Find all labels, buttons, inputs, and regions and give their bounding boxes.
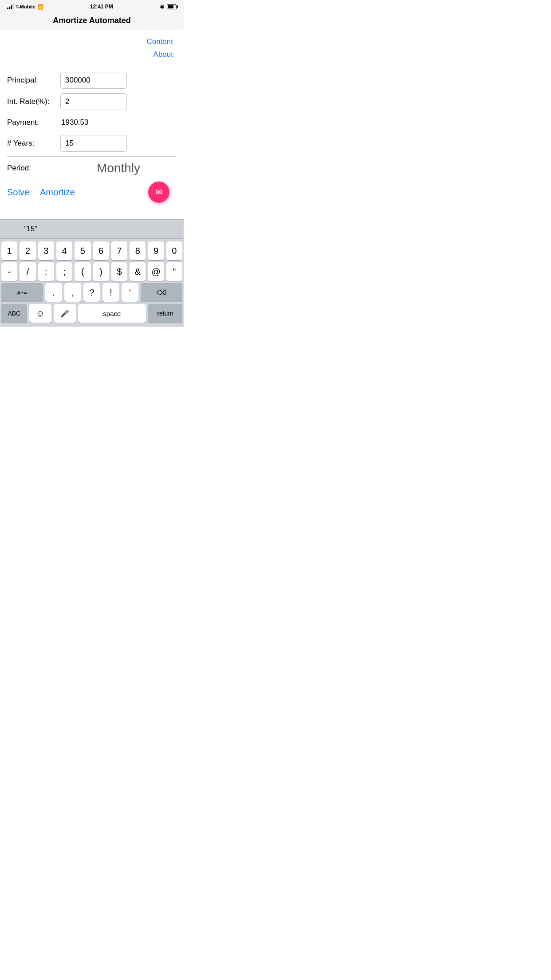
battery-icon: [167, 4, 177, 9]
key-7[interactable]: 7: [111, 241, 127, 260]
key-9[interactable]: 9: [148, 241, 164, 260]
key-ampersand[interactable]: &: [130, 262, 146, 281]
keyboard: "15" 1 2 3 4 5 6 7 8 9 0 - / : ; ( ) $ &: [0, 219, 184, 327]
key-question[interactable]: ?: [83, 283, 100, 302]
key-5[interactable]: 5: [75, 241, 91, 260]
carrier-label: T-Mobile: [16, 4, 35, 9]
period-value[interactable]: Monthly: [60, 161, 177, 175]
key-6[interactable]: 6: [93, 241, 109, 260]
key-exclamation[interactable]: !: [102, 283, 119, 302]
key-at[interactable]: @: [148, 262, 164, 281]
time-label: 12:41 PM: [90, 4, 113, 10]
key-4[interactable]: 4: [56, 241, 72, 260]
content-link[interactable]: Content: [146, 36, 173, 48]
signal-icon: [7, 4, 14, 9]
key-dollar[interactable]: $: [111, 262, 127, 281]
key-apostrophe[interactable]: ': [122, 283, 138, 302]
form-area: Principal: Int. Rate(%): Payment: 1930.5…: [0, 68, 184, 203]
menu-links: Content About: [0, 36, 184, 61]
period-label: Period:: [7, 164, 60, 173]
years-input[interactable]: [60, 135, 127, 152]
principal-row: Principal:: [7, 72, 177, 89]
years-label: # Years:: [7, 139, 60, 148]
keyboard-suggestion-bar: "15": [0, 219, 184, 239]
about-link[interactable]: About: [153, 48, 173, 61]
payment-value: 1930.53: [60, 115, 89, 130]
key-row-numbers: 1 2 3 4 5 6 7 8 9 0: [1, 241, 182, 260]
key-comma[interactable]: ,: [64, 283, 81, 302]
status-left: T-Mobile 📶: [7, 4, 43, 10]
email-button[interactable]: ✉: [148, 182, 169, 203]
years-row: # Years:: [7, 135, 177, 152]
suggestion-item[interactable]: "15": [0, 223, 61, 235]
key-rparen[interactable]: ): [93, 262, 109, 281]
navigation-bar: Amortize Automated: [0, 12, 184, 30]
payment-row: Payment: 1930.53: [7, 115, 177, 130]
key-return[interactable]: return: [148, 304, 182, 323]
key-microphone[interactable]: 🎤: [54, 304, 76, 323]
key-semicolon[interactable]: ;: [56, 262, 72, 281]
keyboard-rows: 1 2 3 4 5 6 7 8 9 0 - / : ; ( ) $ & @ " …: [0, 239, 184, 327]
content-area: Content About Principal: Int. Rate(%): P…: [0, 30, 184, 203]
key-backspace[interactable]: ⌫: [141, 283, 182, 302]
key-lparen[interactable]: (: [75, 262, 91, 281]
bluetooth-icon: ✱: [160, 4, 165, 10]
int-rate-row: Int. Rate(%):: [7, 93, 177, 110]
key-colon[interactable]: :: [38, 262, 54, 281]
key-1[interactable]: 1: [1, 241, 17, 260]
payment-label: Payment:: [7, 118, 60, 127]
int-rate-input[interactable]: [60, 93, 127, 110]
page-title: Amortize Automated: [53, 16, 130, 25]
key-8[interactable]: 8: [130, 241, 146, 260]
wifi-icon: 📶: [37, 4, 43, 10]
key-row-symbols: - / : ; ( ) $ & @ ": [1, 262, 182, 281]
key-space[interactable]: space: [78, 304, 146, 323]
int-rate-label: Int. Rate(%):: [7, 97, 60, 106]
suggestion-item-3: [122, 227, 184, 231]
key-0[interactable]: 0: [166, 241, 182, 260]
key-slash[interactable]: /: [20, 262, 35, 281]
status-right: ✱: [160, 4, 177, 10]
key-more-symbols[interactable]: #+=: [1, 283, 43, 302]
key-row-bottom: ABC ☺ 🎤 space return: [1, 304, 182, 323]
principal-input[interactable]: [60, 72, 127, 89]
status-bar: T-Mobile 📶 12:41 PM ✱: [0, 0, 184, 12]
key-emoji[interactable]: ☺: [29, 304, 51, 323]
email-icon: ✉: [156, 187, 162, 197]
key-row-more: #+= . , ? ! ' ⌫: [1, 283, 182, 302]
key-dash[interactable]: -: [1, 262, 17, 281]
key-abc[interactable]: ABC: [1, 304, 27, 323]
amortize-button[interactable]: Amortize: [40, 187, 75, 198]
key-2[interactable]: 2: [20, 241, 35, 260]
principal-label: Principal:: [7, 76, 60, 85]
key-period[interactable]: .: [45, 283, 62, 302]
suggestion-item-2: [61, 227, 122, 231]
action-row: Solve Amortize ✉: [7, 186, 177, 199]
key-quote[interactable]: ": [166, 262, 182, 281]
solve-button[interactable]: Solve: [7, 187, 29, 198]
period-row: Period: Monthly: [7, 156, 177, 180]
key-3[interactable]: 3: [38, 241, 54, 260]
